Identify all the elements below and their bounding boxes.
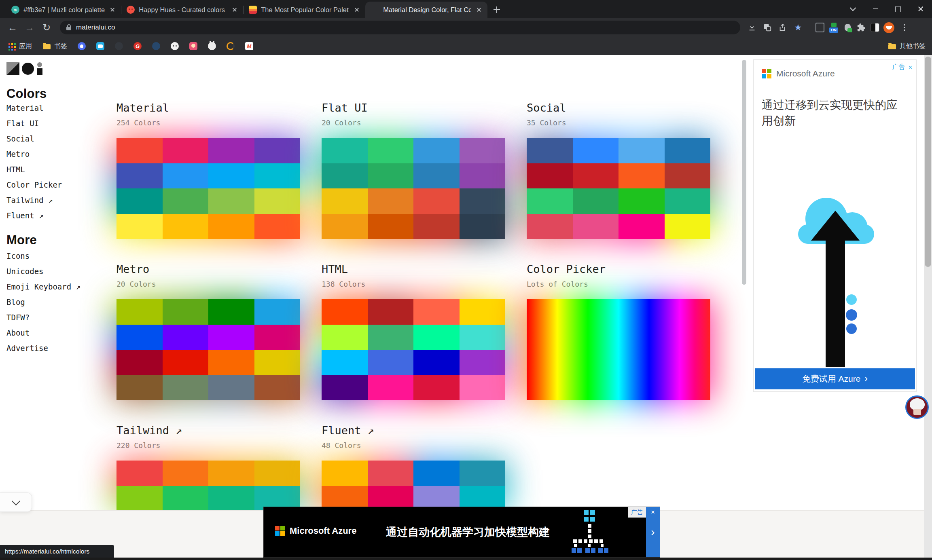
color-swatch[interactable] bbox=[163, 325, 209, 350]
color-swatch[interactable] bbox=[254, 214, 301, 239]
sidebar-item-emoji-keyboard[interactable]: Emoji Keyboard ↗ bbox=[6, 282, 80, 291]
color-swatch[interactable] bbox=[665, 188, 711, 214]
color-swatch[interactable] bbox=[322, 163, 368, 189]
palette-title-link[interactable]: Flat UI bbox=[322, 101, 505, 114]
bookmark-gmail[interactable]: M bbox=[245, 42, 253, 50]
color-swatch[interactable] bbox=[322, 375, 368, 401]
sidebar-item-unicodes[interactable]: Unicodes bbox=[6, 267, 44, 276]
forward-button[interactable]: → bbox=[21, 19, 38, 36]
url-text[interactable]: materialui.co bbox=[76, 23, 115, 32]
color-swatch[interactable] bbox=[208, 325, 254, 350]
color-swatch[interactable] bbox=[413, 461, 460, 486]
page-scrollbar-track[interactable] bbox=[924, 55, 932, 560]
color-swatch[interactable] bbox=[619, 163, 665, 189]
color-swatch[interactable] bbox=[163, 138, 209, 163]
color-swatch[interactable] bbox=[116, 299, 163, 325]
bookmark-red-site[interactable] bbox=[189, 42, 197, 50]
color-swatch[interactable] bbox=[665, 138, 711, 163]
tab-happy-hues[interactable]: Happy Hues - Curated colors i bbox=[121, 2, 243, 18]
color-swatch[interactable] bbox=[322, 350, 368, 375]
extension-mouse-icon[interactable] bbox=[842, 22, 853, 33]
chrome-menu-icon[interactable] bbox=[899, 24, 910, 31]
sidebar-item-icons[interactable]: Icons bbox=[6, 251, 30, 260]
side-ad-azure[interactable]: 广告 × Microsoft Azure 通过迁移到云实现更快的应用创新 免费试… bbox=[753, 59, 917, 392]
palette-title-link[interactable]: Color Picker bbox=[527, 262, 710, 276]
color-swatch[interactable] bbox=[413, 138, 460, 163]
color-swatch[interactable] bbox=[208, 350, 254, 375]
palette-title-link[interactable]: Metro bbox=[116, 262, 300, 276]
color-swatch[interactable] bbox=[460, 214, 506, 239]
sidebar-item-flat-ui[interactable]: Flat UI bbox=[6, 119, 39, 128]
color-swatch[interactable] bbox=[322, 461, 368, 486]
bookmark-orange-site[interactable] bbox=[227, 42, 235, 50]
color-swatch[interactable] bbox=[527, 163, 573, 189]
color-swatch[interactable] bbox=[254, 350, 301, 375]
color-swatch[interactable] bbox=[413, 350, 460, 375]
page-scrollbar-thumb[interactable] bbox=[925, 57, 931, 267]
bookmark-github[interactable] bbox=[115, 42, 123, 50]
color-swatch[interactable] bbox=[163, 486, 209, 511]
color-swatch[interactable] bbox=[619, 138, 665, 163]
profile-avatar[interactable] bbox=[883, 22, 894, 33]
color-swatch[interactable] bbox=[573, 188, 619, 214]
color-swatch[interactable] bbox=[527, 188, 573, 214]
color-swatch[interactable] bbox=[116, 461, 163, 486]
extension-bw-icon[interactable] bbox=[870, 22, 880, 33]
color-swatch[interactable] bbox=[116, 350, 163, 375]
ad-close-icon[interactable]: × bbox=[909, 64, 912, 71]
ad-cta-button[interactable]: 免费试用 Azure › bbox=[755, 368, 915, 389]
color-swatch[interactable] bbox=[322, 214, 368, 239]
sidebar-item-metro[interactable]: Metro bbox=[6, 150, 30, 158]
new-tab-button[interactable] bbox=[491, 4, 503, 16]
color-swatch[interactable] bbox=[208, 375, 254, 401]
color-swatch[interactable] bbox=[116, 486, 163, 511]
window-maximize-button[interactable] bbox=[887, 0, 909, 18]
color-swatch[interactable] bbox=[208, 163, 254, 189]
bookmark-navy-site[interactable] bbox=[152, 42, 160, 50]
extensions-puzzle-icon[interactable] bbox=[856, 22, 866, 33]
color-swatch[interactable] bbox=[208, 214, 254, 239]
palette-grid[interactable] bbox=[116, 461, 300, 511]
color-swatch[interactable] bbox=[254, 375, 301, 401]
translate-icon[interactable] bbox=[761, 21, 773, 34]
sidebar-collapse-button[interactable] bbox=[0, 492, 32, 512]
sidebar-item-fluent[interactable]: Fluent ↗ bbox=[6, 211, 44, 220]
tab-muzli[interactable]: m #ffb3e7 | Muzli color palette bbox=[6, 2, 121, 18]
palette-title-link[interactable]: Fluent ↗ bbox=[322, 424, 505, 437]
spectrum-gradient[interactable] bbox=[527, 299, 710, 400]
palette-grid[interactable] bbox=[322, 299, 505, 400]
color-swatch[interactable] bbox=[573, 214, 619, 239]
color-swatch[interactable] bbox=[116, 375, 163, 401]
sidebar-item-html[interactable]: HTML bbox=[6, 165, 25, 174]
color-swatch[interactable] bbox=[322, 325, 368, 350]
color-swatch[interactable] bbox=[208, 138, 254, 163]
color-swatch[interactable] bbox=[208, 188, 254, 214]
color-swatch[interactable] bbox=[322, 299, 368, 325]
palette-grid[interactable] bbox=[322, 138, 505, 239]
tab-close-icon[interactable] bbox=[353, 6, 360, 13]
color-swatch[interactable] bbox=[573, 163, 619, 189]
download-icon[interactable] bbox=[746, 21, 758, 34]
sidebar-item-tailwind[interactable]: Tailwind ↗ bbox=[6, 196, 53, 205]
color-swatch[interactable] bbox=[368, 350, 414, 375]
color-swatch[interactable] bbox=[368, 188, 414, 214]
color-swatch[interactable] bbox=[460, 375, 506, 401]
color-swatch[interactable] bbox=[527, 214, 573, 239]
share-icon[interactable] bbox=[777, 21, 789, 34]
color-swatch[interactable] bbox=[322, 188, 368, 214]
color-swatch[interactable] bbox=[254, 461, 301, 486]
bookmark-baidu[interactable] bbox=[78, 42, 86, 50]
tab-close-icon[interactable] bbox=[475, 6, 483, 13]
color-swatch[interactable] bbox=[254, 138, 301, 163]
color-swatch[interactable] bbox=[368, 214, 414, 239]
palette-grid[interactable] bbox=[116, 299, 300, 400]
content-scrollbar-thumb[interactable] bbox=[742, 60, 746, 285]
color-swatch[interactable] bbox=[322, 138, 368, 163]
color-swatch[interactable] bbox=[368, 375, 414, 401]
color-swatch[interactable] bbox=[163, 188, 209, 214]
color-swatch[interactable] bbox=[413, 214, 460, 239]
color-swatch[interactable] bbox=[163, 299, 209, 325]
window-chevron-down-icon[interactable] bbox=[841, 0, 864, 18]
bookmark-rabbit-site[interactable] bbox=[208, 42, 216, 50]
color-swatch[interactable] bbox=[368, 461, 414, 486]
